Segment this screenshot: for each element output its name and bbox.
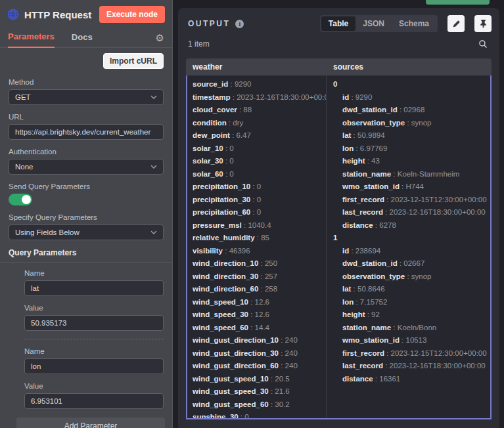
edit-output-button[interactable] — [447, 15, 465, 32]
kv-key: dwd_station_id — [342, 106, 398, 114]
kv-value: 2023-12-15T12:30:00+00:00 — [391, 196, 487, 203]
kv-row: wmo_station_id : H744 — [342, 181, 484, 194]
kv-colon: : — [400, 182, 406, 190]
param-name-input[interactable] — [31, 284, 157, 292]
kv-value: 14.4 — [255, 324, 269, 332]
param-name-input[interactable] — [31, 362, 157, 370]
kv-row: condition : dry — [193, 117, 321, 130]
kv-key: wind_gust_direction_60 — [193, 362, 279, 370]
kv-row: wind_speed_60 : 14.4 — [193, 322, 321, 335]
canvas-button-fragment[interactable] — [426, 0, 490, 5]
search-output-button[interactable] — [478, 39, 488, 49]
kv-row: observation_type : synop — [342, 270, 484, 284]
kv-colon: : — [223, 144, 230, 152]
kv-colon: : — [365, 310, 372, 318]
kv-row: wind_gust_speed_60 : 30.2 — [193, 398, 321, 412]
send-query-label: Send Query Parameters — [9, 182, 164, 190]
items-count: 1 item — [188, 39, 478, 49]
pin-data-button[interactable] — [474, 15, 492, 32]
kv-colon: : — [383, 362, 390, 370]
kv-key: first_record — [342, 196, 384, 203]
url-input[interactable] — [15, 128, 157, 136]
specify-query-value: Using Fields Below — [15, 228, 80, 236]
output-meta-row: 1 item — [178, 35, 499, 54]
info-icon[interactable]: i — [235, 20, 244, 28]
kv-colon: : — [405, 119, 411, 127]
kv-value: 1040.4 — [248, 221, 271, 229]
execute-node-button[interactable]: Execute node — [99, 6, 165, 23]
output-table-body[interactable]: source_id : 9290timestamp : 2023-12-16T1… — [186, 75, 492, 419]
param-value-input[interactable] — [31, 397, 157, 405]
kv-row: wind_gust_direction_10 : 240 — [193, 334, 321, 347]
kv-row: lat : 50.9894 — [342, 129, 484, 142]
authentication-select[interactable]: None — [9, 159, 164, 175]
param-value-input[interactable] — [31, 319, 157, 327]
kv-row: wind_gust_direction_30 : 240 — [193, 347, 321, 360]
kv-key: station_name — [342, 170, 391, 178]
tab-docs[interactable]: Docs — [72, 29, 93, 47]
specify-query-select[interactable]: Using Fields Below — [9, 225, 164, 240]
kv-colon: : — [250, 196, 257, 203]
kv-row: precipitation_60 : 0 — [193, 206, 321, 219]
add-parameter-button[interactable]: Add Parameter — [16, 417, 165, 428]
kv-key: wind_gust_speed_60 — [193, 400, 269, 408]
kv-key: cloud_cover — [193, 106, 237, 114]
kv-value: 2023-12-16T18:30:00+00:00 — [390, 208, 486, 216]
kv-key: distance — [342, 221, 373, 229]
kv-row: wind_speed_10 : 12.6 — [193, 296, 321, 309]
kv-value: 30.2 — [275, 400, 289, 408]
kv-value: 6278 — [379, 221, 396, 229]
import-curl-button[interactable]: Import cURL — [103, 53, 164, 69]
kv-value: 02968 — [403, 106, 424, 114]
node-title: HTTP Request — [24, 9, 94, 20]
view-tab-schema[interactable]: Schema — [392, 16, 436, 31]
pencil-icon — [452, 20, 461, 28]
kv-row: wind_direction_10 : 250 — [193, 257, 321, 270]
output-header: OUTPUT i Table JSON Schema — [178, 8, 499, 35]
kv-value: 240 — [285, 362, 298, 370]
kv-key: last_record — [342, 362, 383, 370]
view-tab-json[interactable]: JSON — [355, 16, 392, 31]
kv-value: 50.8646 — [357, 285, 385, 293]
kv-value: 6.47 — [236, 131, 250, 139]
kv-colon: : — [258, 272, 265, 280]
kv-value: 50.9894 — [357, 131, 385, 139]
kv-value: Koeln-Stammheim — [398, 170, 460, 178]
kv-colon: : — [405, 272, 411, 280]
pin-icon — [480, 19, 487, 28]
kv-row: observation_type : synop — [342, 117, 484, 130]
gear-icon[interactable]: ⚙ — [156, 33, 164, 47]
kv-colon: : — [279, 362, 285, 370]
kv-colon: : — [248, 310, 255, 318]
kv-colon: : — [351, 285, 357, 293]
kv-value: 85 — [261, 234, 269, 242]
kv-key: id — [342, 247, 349, 255]
kv-value: 0 — [257, 196, 261, 203]
kv-key: wind_gust_speed_10 — [193, 375, 269, 383]
kv-value: 20.5 — [275, 375, 289, 383]
kv-key: source_id — [193, 80, 228, 88]
kv-colon: : — [237, 106, 244, 114]
kv-key: lat — [342, 131, 351, 139]
tab-parameters[interactable]: Parameters — [8, 28, 55, 48]
source-group-entries: id : 238694dwd_station_id : 02667observa… — [342, 245, 484, 386]
specify-query-field: Specify Query Parameters Using Fields Be… — [9, 213, 164, 240]
kv-value: synop — [411, 272, 432, 280]
kv-key: wmo_station_id — [342, 182, 400, 190]
method-select[interactable]: GET — [9, 89, 164, 105]
kv-row: last_record : 2023-12-16T18:30:00+00:00 — [342, 206, 484, 219]
kv-key: wind_gust_direction_10 — [193, 336, 279, 344]
kv-key: id — [342, 93, 349, 101]
param-name-label: Name — [24, 269, 164, 277]
kv-row: wind_direction_60 : 258 — [193, 283, 321, 296]
kv-value: 12.6 — [255, 298, 269, 306]
column-header-weather: weather — [186, 58, 327, 75]
view-tab-table[interactable]: Table — [321, 16, 355, 31]
param-value-label: Value — [24, 304, 164, 312]
kv-colon: : — [258, 285, 265, 293]
chevron-down-icon — [150, 230, 157, 234]
kv-key: precipitation_10 — [193, 182, 250, 190]
url-field: URL — [9, 113, 164, 140]
send-query-toggle[interactable] — [9, 194, 32, 205]
kv-row: pressure_msl : 1040.4 — [193, 219, 321, 232]
